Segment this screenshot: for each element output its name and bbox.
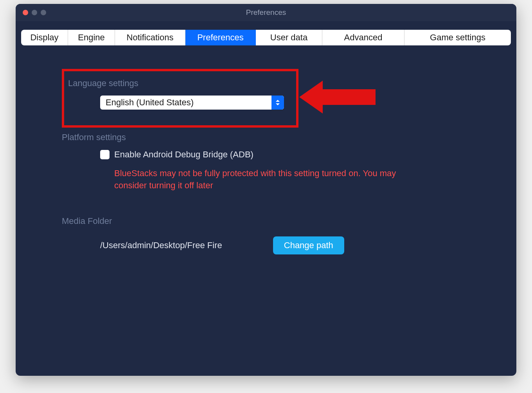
tab-engine[interactable]: Engine [68,30,115,45]
tab-notifications[interactable]: Notifications [115,30,185,45]
maximize-window-icon[interactable] [41,10,46,15]
media-folder-section: Media Folder /Users/admin/Desktop/Free F… [62,216,470,254]
tab-advanced[interactable]: Advanced [322,30,404,45]
tab-display[interactable]: Display [21,30,68,45]
close-window-icon[interactable] [23,10,28,15]
adb-checkbox-label: Enable Android Debug Bridge (ADB) [114,150,253,160]
titlebar: Preferences [16,4,516,21]
preferences-window: Preferences Display Engine Notifications… [16,4,516,376]
content-area: Language settings English (United States… [16,45,516,254]
platform-settings-section: Platform settings Enable Android Debug B… [62,132,470,192]
language-section-label: Language settings [68,78,470,88]
language-settings-section: Language settings English (United States… [62,69,470,110]
platform-section-label: Platform settings [62,132,470,142]
window-controls [16,10,46,15]
tab-user-data[interactable]: User data [256,30,322,45]
adb-warning-text: BlueStacks may not be fully protected wi… [114,168,404,192]
language-select-value: English (United States) [100,96,271,110]
tab-game-settings[interactable]: Game settings [404,30,511,45]
change-path-button[interactable]: Change path [273,236,344,254]
language-select[interactable]: English (United States) [100,96,284,110]
window-title: Preferences [246,8,286,17]
tab-preferences[interactable]: Preferences [185,30,256,45]
tabs-bar: Display Engine Notifications Preferences… [21,30,511,45]
minimize-window-icon[interactable] [32,10,37,15]
media-folder-path: /Users/admin/Desktop/Free Fire [100,240,222,251]
adb-checkbox[interactable] [100,150,110,159]
select-chevrons-icon [271,96,284,110]
media-section-label: Media Folder [62,216,470,226]
